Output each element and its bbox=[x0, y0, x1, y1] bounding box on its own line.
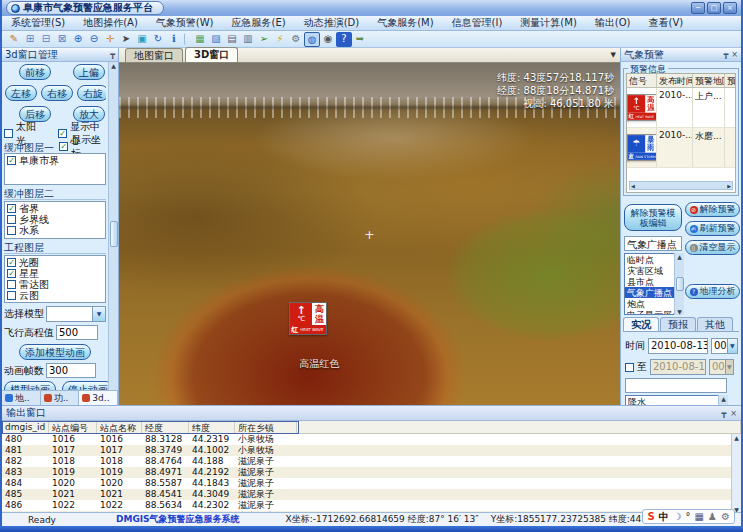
fullwidth-moon-icon[interactable]: ☽ bbox=[673, 510, 682, 523]
user-icon[interactable]: ♟ bbox=[708, 510, 717, 523]
layer-item[interactable]: 阜康市界 bbox=[7, 155, 105, 166]
show-coord-checkbox[interactable] bbox=[59, 142, 68, 151]
menu-item[interactable]: 应急服务(E) bbox=[223, 16, 295, 30]
layer-item[interactable]: 云图 bbox=[7, 290, 105, 301]
layers-icon[interactable]: ▦ bbox=[192, 32, 208, 47]
sunlight-checkbox[interactable] bbox=[4, 129, 13, 138]
select-arrow-icon[interactable]: ➤ bbox=[118, 32, 134, 47]
pin-icon[interactable]: ┳ bbox=[723, 50, 728, 59]
pan-icon[interactable]: ✛ bbox=[102, 32, 118, 47]
sogou-icon[interactable]: S bbox=[647, 510, 654, 523]
table-row[interactable]: 48410201020 88.558744.1843滋泥泉子 bbox=[2, 478, 741, 489]
nav-button[interactable]: 右旋 bbox=[77, 85, 106, 101]
nav-button[interactable]: 前移 bbox=[19, 64, 51, 80]
map-tab[interactable]: 地图窗口 bbox=[125, 48, 183, 62]
eye-icon[interactable]: ◉ bbox=[320, 32, 336, 47]
hour-combo[interactable]: 00▼ bbox=[711, 338, 738, 354]
element-filter-box[interactable] bbox=[625, 378, 727, 393]
element-list-vscrollbar[interactable]: ▲▼ bbox=[718, 395, 728, 405]
remove-warning-button[interactable]: ⊘ 解除预警 bbox=[685, 202, 740, 217]
exit-icon[interactable]: ➥ bbox=[352, 32, 368, 47]
tab-dropdown-icon[interactable]: ▼ bbox=[611, 51, 616, 59]
refresh-icon[interactable]: ↻ bbox=[150, 32, 166, 47]
to-date-checkbox[interactable] bbox=[625, 363, 634, 372]
geo-analysis-button[interactable]: ? 地理分析 bbox=[685, 284, 740, 299]
snapshot-icon[interactable]: ▨ bbox=[208, 32, 224, 47]
point-type-item[interactable]: 临时点 bbox=[625, 254, 681, 265]
menu-item[interactable]: 查看(V) bbox=[639, 16, 692, 30]
full-extent-icon[interactable]: ▣ bbox=[134, 32, 150, 47]
map-tab[interactable]: 3D窗口 bbox=[185, 47, 238, 62]
date-to-combo[interactable]: 2010-08-13▼ bbox=[650, 359, 706, 375]
menu-item[interactable]: 地图操作(A) bbox=[74, 16, 147, 30]
close-icon[interactable]: × bbox=[731, 50, 738, 59]
heat-warning-marker[interactable]: ↑℃ 高温 红HEAT WAVE bbox=[289, 302, 327, 335]
zoom-select-icon[interactable]: ⊠ bbox=[54, 32, 70, 47]
point-list-vscrollbar[interactable]: ▲▼ bbox=[674, 253, 684, 315]
element-item[interactable]: 降水 bbox=[626, 396, 726, 405]
menu-item[interactable]: 气象服务(M) bbox=[368, 16, 442, 30]
separator[interactable] bbox=[184, 33, 190, 45]
right-panel-tab[interactable]: 预报 bbox=[660, 317, 696, 331]
restore-button[interactable]: □ bbox=[707, 2, 721, 14]
left-panel-tab[interactable]: 3d.. bbox=[79, 391, 118, 405]
globe-3d-icon[interactable]: ◍ bbox=[304, 32, 320, 47]
right-panel-tab[interactable]: 实况 bbox=[623, 317, 659, 331]
settings-gear-icon[interactable]: ⚙ bbox=[288, 32, 304, 47]
flight-height-input[interactable] bbox=[56, 325, 98, 340]
nav-button[interactable]: 上偏 bbox=[73, 64, 105, 80]
menu-item[interactable]: 信息管理(I) bbox=[443, 16, 512, 30]
warning-row[interactable]: ☂ 暴雨 蓝RAIN STORM 2010-... 水磨... bbox=[627, 128, 735, 168]
point-type-item[interactable]: 气象广播点 bbox=[625, 287, 681, 298]
clear-display-button[interactable]: ▯ 清空显示 bbox=[685, 240, 740, 255]
menu-item[interactable]: 测量计算(M) bbox=[511, 16, 585, 30]
chevron-down-icon[interactable]: ▼ bbox=[92, 307, 105, 321]
hour-to-combo[interactable]: 00▼ bbox=[709, 359, 734, 375]
right-panel-tab[interactable]: 其他 bbox=[697, 317, 733, 331]
point-type-item[interactable]: 县市点 bbox=[625, 276, 681, 287]
point-type-item[interactable]: 电子显示屏点 bbox=[625, 309, 681, 315]
zoom-out-icon[interactable]: ⊖ bbox=[86, 32, 102, 47]
model-select[interactable]: ▼ bbox=[46, 306, 106, 322]
table-row[interactable]: 48210181018 88.476444.188滋泥泉子 bbox=[2, 456, 741, 467]
point-type-combo[interactable]: 气象广播点 bbox=[624, 236, 682, 251]
layer-item[interactable]: 水系 bbox=[7, 225, 105, 236]
light-icon[interactable]: ⚡ bbox=[272, 32, 288, 47]
table-row[interactable]: 48110171017 88.374944.1002小泉牧场 bbox=[2, 445, 741, 456]
point-type-item[interactable]: 灾害区域 bbox=[625, 265, 681, 276]
menu-item[interactable]: 气象预警(W) bbox=[147, 16, 223, 30]
punctuation-icon[interactable]: ° bbox=[686, 510, 691, 523]
remove-warning-template-button[interactable]: 解除预警模板编辑 bbox=[624, 204, 682, 231]
refresh-warning-button[interactable]: ✍ 刷新预警 bbox=[685, 221, 740, 236]
zoom-window-icon[interactable]: ⊞ bbox=[22, 32, 38, 47]
soft-keyboard-icon[interactable]: ▦ bbox=[695, 510, 704, 523]
warning-table-hscrollbar[interactable]: ◀▶ bbox=[629, 181, 733, 190]
table-row[interactable]: 48610221022 88.563444.2302滋泥泉子 bbox=[2, 500, 741, 511]
pin-icon[interactable]: ┳ bbox=[110, 50, 115, 59]
left-panel-vscrollbar[interactable]: ▲▼ bbox=[108, 62, 118, 405]
menu-item[interactable]: 动态推演(D) bbox=[295, 16, 369, 30]
show-center-checkbox[interactable] bbox=[58, 129, 67, 138]
menu-item[interactable]: 输出(O) bbox=[586, 16, 640, 30]
print-icon[interactable]: ▤ bbox=[224, 32, 240, 47]
menu-item[interactable]: 系统管理(S) bbox=[2, 16, 74, 30]
add-model-anim-button[interactable]: 添加模型动画 bbox=[19, 344, 91, 360]
flight-icon[interactable]: ➢ bbox=[256, 32, 272, 47]
left-panel-tab[interactable]: 功.. bbox=[41, 391, 80, 405]
pin-icon[interactable]: ┳ bbox=[721, 409, 726, 418]
map-3d-view[interactable]: 纬度: 43度57分18.117秒 经度: 88度18分14.871秒 视高: … bbox=[119, 63, 620, 405]
close-icon[interactable]: × bbox=[730, 409, 737, 418]
warning-row[interactable]: ↑℃ 高温 红HEAT WAVE 2010-... 上户... bbox=[627, 88, 735, 128]
output-vscrollbar[interactable]: ▲▼ bbox=[731, 434, 741, 513]
minimize-button[interactable]: ─ bbox=[691, 2, 705, 14]
date-combo[interactable]: 2010-08-13▼ bbox=[648, 338, 708, 354]
table-row[interactable]: 48310191019 88.497144.2192滋泥泉子 bbox=[2, 467, 741, 478]
close-button[interactable]: × bbox=[723, 2, 737, 14]
nav-button[interactable]: 右移 bbox=[41, 85, 73, 101]
left-panel-tab[interactable]: 地.. bbox=[2, 391, 41, 405]
point-type-item[interactable]: 炮点 bbox=[625, 298, 681, 309]
lang-cn-icon[interactable]: 中 bbox=[659, 510, 669, 523]
nav-button[interactable]: 左移 bbox=[5, 85, 37, 101]
measure-icon[interactable]: ✎ bbox=[6, 32, 22, 47]
plot-icon[interactable]: ▥ bbox=[240, 32, 256, 47]
